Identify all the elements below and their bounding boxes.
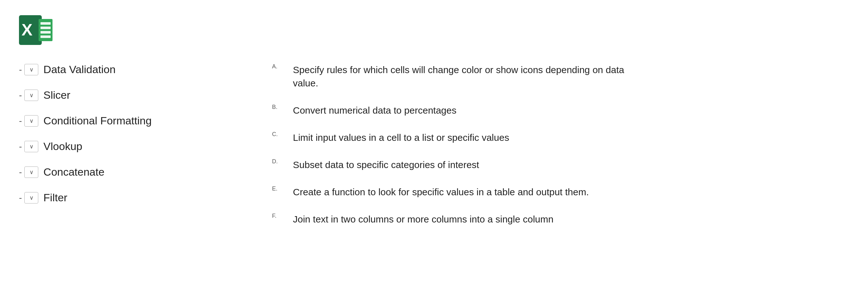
answer-text-B: Convert numerical data to percentages: [293, 104, 457, 117]
term-label-vlookup: Vlookup: [43, 140, 82, 152]
term-dash: -: [19, 168, 22, 177]
answer-item: A. Specify rules for which cells will ch…: [272, 63, 849, 90]
term-label-data-validation: Data Validation: [43, 63, 116, 76]
answer-letter-C: C.: [272, 131, 288, 141]
answer-letter-F: F.: [272, 213, 288, 223]
term-controls: -: [19, 64, 38, 75]
page-header: X: [19, 13, 849, 48]
term-dropdown-filter[interactable]: [24, 192, 38, 203]
term-controls: -: [19, 167, 38, 178]
answer-letter-D: D.: [272, 158, 288, 169]
answer-item: F. Join text in two columns or more colu…: [272, 213, 849, 226]
term-dash: -: [19, 116, 22, 125]
term-item: - Slicer: [19, 89, 240, 101]
term-label-concatenate: Concatenate: [43, 166, 104, 178]
term-controls: -: [19, 115, 38, 126]
answers-column: A. Specify rules for which cells will ch…: [272, 63, 849, 240]
term-dropdown-slicer[interactable]: [24, 90, 38, 101]
answer-text-E: Create a function to look for specific v…: [293, 185, 589, 199]
svg-rect-3: [40, 22, 51, 25]
main-content: - Data Validation - Slicer - Conditional…: [19, 63, 849, 240]
term-item: - Vlookup: [19, 140, 240, 152]
term-label-filter: Filter: [43, 192, 67, 204]
term-controls: -: [19, 192, 38, 203]
answer-item: D. Subset data to specific categories of…: [272, 158, 849, 172]
term-label-conditional-formatting: Conditional Formatting: [43, 115, 152, 127]
svg-rect-6: [40, 35, 51, 38]
svg-text:X: X: [22, 21, 33, 39]
term-controls: -: [19, 90, 38, 101]
answer-text-D: Subset data to specific categories of in…: [293, 158, 479, 172]
term-dash: -: [19, 65, 22, 74]
terms-column: - Data Validation - Slicer - Conditional…: [19, 63, 240, 240]
term-dropdown-conditional-formatting[interactable]: [24, 115, 38, 126]
term-item: - Filter: [19, 192, 240, 204]
answer-letter-B: B.: [272, 104, 288, 114]
term-dropdown-concatenate[interactable]: [24, 167, 38, 178]
answer-letter-E: E.: [272, 185, 288, 196]
answer-letter-A: A.: [272, 63, 288, 74]
answer-item: C. Limit input values in a cell to a lis…: [272, 131, 849, 144]
term-item: - Concatenate: [19, 166, 240, 178]
answer-text-A: Specify rules for which cells will chang…: [293, 63, 641, 90]
term-dash: -: [19, 142, 22, 151]
answer-text-C: Limit input values in a cell to a list o…: [293, 131, 509, 144]
term-controls: -: [19, 141, 38, 152]
excel-logo-icon: X: [19, 13, 54, 48]
term-item: - Conditional Formatting: [19, 115, 240, 127]
term-dropdown-vlookup[interactable]: [24, 141, 38, 152]
answer-item: B. Convert numerical data to percentages: [272, 104, 849, 117]
term-dash: -: [19, 193, 22, 202]
svg-rect-4: [40, 27, 51, 29]
term-dropdown-data-validation[interactable]: [24, 64, 38, 75]
term-label-slicer: Slicer: [43, 89, 70, 101]
term-item: - Data Validation: [19, 63, 240, 76]
answer-text-F: Join text in two columns or more columns…: [293, 213, 554, 226]
svg-rect-5: [40, 31, 51, 33]
answer-item: E. Create a function to look for specifi…: [272, 185, 849, 199]
term-dash: -: [19, 91, 22, 100]
